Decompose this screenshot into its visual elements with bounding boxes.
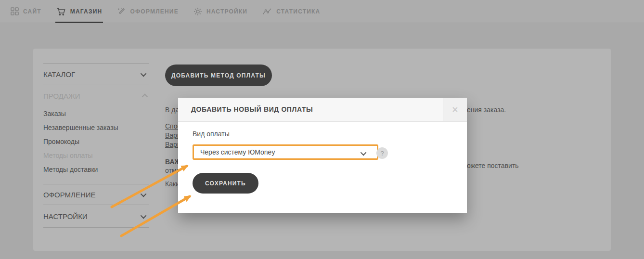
payment-type-select[interactable]: Через систему ЮMoney (193, 144, 378, 160)
help-link-fragment-3[interactable]: Вариа (165, 141, 178, 148)
help-link-fragment-2[interactable]: Вариа (165, 131, 178, 139)
sidebar-item-orders[interactable]: Заказы (43, 106, 149, 120)
brush-icon (117, 7, 126, 16)
sidebar-section-settings[interactable]: НАСТРОЙКИ (43, 205, 149, 227)
stats-icon (262, 8, 272, 15)
sidebar-section-label: ОФОРМЛЕНИЕ (43, 191, 96, 199)
nav-item-site[interactable]: САЙТ (10, 0, 42, 23)
add-payment-type-modal: ДОБАВИТЬ НОВЫЙ ВИД ОПЛАТЫ × Вид оплаты Ч… (178, 98, 467, 213)
admin-shop-page: САЙТ МАГАЗИН ОФОРМЛЕНИЕ (0, 0, 644, 259)
sidebar-item-payment-methods[interactable]: Методы оплаты (43, 148, 149, 162)
help-link-fragment-4[interactable]: Какие (165, 180, 178, 188)
sidebar-section-label: НАСТРОЙКИ (43, 212, 88, 220)
nav-item-design[interactable]: ОФОРМЛЕНИЕ (116, 0, 179, 23)
nav-label-statistics: СТАТИСТИКА (276, 8, 320, 15)
grid-icon (11, 7, 19, 15)
note-text-fragment: отмет (165, 167, 178, 174)
payment-type-label: Вид оплаты (193, 130, 230, 138)
nav-item-shop[interactable]: МАГАЗИН (55, 0, 103, 23)
nav-label-settings: НАСТРОЙКИ (206, 8, 247, 15)
nav-label-site: САЙТ (23, 8, 41, 15)
nav-item-statistics[interactable]: СТАТИСТИКА (261, 0, 321, 23)
sidebar-section-sales[interactable]: ПРОДАЖИ (43, 85, 149, 106)
important-note-fragment-left: ВАЖН (165, 158, 178, 166)
intro-text-fragment-left: В дан (165, 106, 178, 114)
chevron-down-icon (141, 70, 147, 77)
save-button[interactable]: СОХРАНИТЬ (193, 173, 258, 194)
chevron-up-icon (142, 93, 148, 100)
gear-icon (193, 7, 202, 16)
add-payment-method-button[interactable]: ДОБАВИТЬ МЕТОД ОПЛАТЫ (165, 65, 272, 86)
nav-label-shop: МАГАЗИН (70, 8, 103, 15)
sidebar-item-promocodes[interactable]: Промокоды (43, 134, 149, 148)
sidebar-section-design[interactable]: ОФОРМЛЕНИЕ (43, 184, 149, 205)
intro-text-fragment-right: ения заказа. (467, 106, 506, 114)
close-icon[interactable]: × (443, 98, 467, 121)
nav-item-settings[interactable]: НАСТРОЙКИ (193, 0, 248, 23)
payment-type-selected-value: Через систему ЮMoney (200, 148, 275, 156)
sidebar-section-catalog[interactable]: КАТАЛОГ (43, 64, 149, 85)
shop-sidebar: КАТАЛОГ ПРОДАЖИ Заказы Незавершенные зак… (43, 63, 149, 228)
help-link-fragment-1[interactable]: Спосо (165, 122, 178, 130)
sidebar-sales-items: Заказы Незавершенные заказы Промокоды Ме… (43, 106, 149, 176)
sidebar-item-incomplete-orders[interactable]: Незавершенные заказы (43, 120, 149, 134)
modal-title: ДОБАВИТЬ НОВЫЙ ВИД ОПЛАТЫ (191, 98, 313, 121)
sidebar-section-label: ПРОДАЖИ (43, 92, 80, 100)
chevron-down-icon (361, 150, 367, 156)
sidebar-divider (43, 227, 149, 228)
top-navigation-bar: САЙТ МАГАЗИН ОФОРМЛЕНИЕ (0, 0, 644, 23)
modal-header: ДОБАВИТЬ НОВЫЙ ВИД ОПЛАТЫ × (178, 98, 467, 122)
chevron-down-icon (141, 191, 147, 197)
nav-label-design: ОФОРМЛЕНИЕ (130, 8, 178, 15)
important-note-fragment-right: ожете поставить (467, 162, 519, 169)
cart-icon (56, 7, 66, 16)
modal-body: Вид оплаты Через систему ЮMoney ? СОХРАН… (178, 122, 467, 212)
help-icon[interactable]: ? (376, 147, 388, 159)
sidebar-item-delivery-methods[interactable]: Методы доставки (43, 162, 149, 176)
sidebar-section-label: КАТАЛОГ (43, 70, 75, 78)
chevron-down-icon (141, 212, 147, 219)
